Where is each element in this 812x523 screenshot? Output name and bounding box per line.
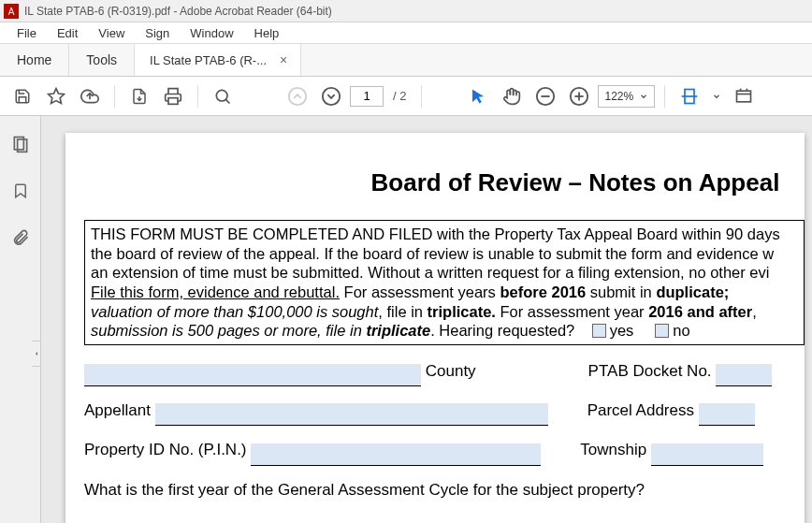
- collapse-rail-icon[interactable]: [32, 341, 41, 367]
- box-text: , file in: [378, 303, 427, 320]
- cloud-icon[interactable]: [75, 81, 105, 111]
- pdf-page: Board of Review – Notes on Appeal THIS F…: [65, 133, 805, 523]
- page-number-input[interactable]: [350, 86, 384, 107]
- checkbox-no[interactable]: [655, 324, 669, 338]
- page-down-icon[interactable]: [316, 81, 346, 111]
- document-tab[interactable]: IL State PTAB-6 (R-... ×: [135, 44, 301, 76]
- main-toolbar: / 2 122%: [0, 77, 812, 116]
- window-titlebar: A IL State PTAB-6 (R-0319).pdf - Adobe A…: [0, 0, 812, 22]
- page-total: / 2: [393, 89, 406, 103]
- box-text: 2016 and after: [648, 303, 752, 320]
- field-label: Property ID No. (P.I.N.): [84, 435, 247, 465]
- menu-help[interactable]: Help: [245, 24, 289, 42]
- selection-arrow-icon[interactable]: [463, 81, 493, 111]
- zoom-dropdown[interactable]: 122%: [598, 85, 655, 108]
- box-text: valuation of more than $100,000 is sough…: [91, 303, 378, 320]
- question-text: What is the first year of the General As…: [84, 475, 805, 505]
- field-label: County: [426, 356, 476, 386]
- svg-rect-4: [168, 97, 178, 104]
- attachment-icon[interactable]: [7, 225, 34, 251]
- document-heading: Board of Review – Notes on Appeal: [346, 168, 805, 197]
- field-label: Parcel Address: [587, 396, 694, 426]
- zoom-out-icon[interactable]: [530, 81, 560, 111]
- left-navigation-rail: [0, 116, 41, 523]
- secondary-bar: Home Tools IL State PTAB-6 (R-... ×: [0, 43, 812, 77]
- docket-field[interactable]: [716, 364, 772, 386]
- box-text: For assessment years: [340, 283, 500, 300]
- app-icon: A: [4, 4, 19, 19]
- fit-width-icon[interactable]: [674, 81, 704, 111]
- menu-sign[interactable]: Sign: [136, 24, 179, 42]
- svg-text:A: A: [8, 7, 15, 17]
- box-text: For assessment year: [496, 303, 648, 320]
- field-label: PTAB Docket No.: [588, 356, 712, 386]
- menu-window[interactable]: Window: [181, 24, 242, 42]
- box-text: . Hearing requested?: [430, 322, 574, 339]
- box-text: File this form, evidence and rebuttal.: [91, 283, 340, 300]
- checkbox-label: no: [673, 322, 689, 339]
- pin-field[interactable]: [251, 443, 541, 466]
- page-up-icon[interactable]: [283, 81, 312, 111]
- window-title: IL State PTAB-6 (R-0319).pdf - Adobe Acr…: [24, 5, 332, 18]
- box-text: the board of review of the appeal. If th…: [91, 245, 774, 262]
- separator: [197, 85, 198, 108]
- menu-view[interactable]: View: [89, 24, 134, 42]
- home-button[interactable]: Home: [0, 44, 69, 76]
- menu-file[interactable]: File: [7, 24, 46, 42]
- bookmark-icon[interactable]: [7, 178, 34, 204]
- instruction-box: THIS FORM MUST BE COMPLETED AND FILED wi…: [84, 220, 805, 345]
- share-icon[interactable]: [124, 81, 154, 111]
- box-text: submission is 500 pages or more, file in: [91, 322, 366, 339]
- separator: [114, 85, 115, 108]
- svg-point-8: [323, 87, 340, 104]
- content-area: Board of Review – Notes on Appeal THIS F…: [0, 116, 812, 523]
- county-field[interactable]: [84, 364, 421, 386]
- box-text: triplicate: [366, 322, 430, 339]
- thumbnails-icon[interactable]: [7, 131, 34, 157]
- box-text: submit in: [586, 283, 656, 300]
- svg-rect-16: [737, 91, 751, 102]
- box-text: before 2016: [500, 283, 586, 300]
- star-icon[interactable]: [41, 81, 71, 111]
- print-icon[interactable]: [158, 81, 188, 111]
- appellant-field[interactable]: [155, 403, 548, 426]
- parcel-field[interactable]: [699, 403, 755, 426]
- field-label: Appellant: [84, 396, 151, 426]
- chevron-down-icon: [639, 92, 648, 101]
- svg-point-7: [289, 87, 306, 104]
- read-mode-icon[interactable]: [729, 81, 759, 111]
- tools-button[interactable]: Tools: [69, 44, 135, 76]
- zoom-in-icon[interactable]: [564, 81, 594, 111]
- document-viewport[interactable]: Board of Review – Notes on Appeal THIS F…: [41, 116, 812, 523]
- box-text: an extension of time must be submitted. …: [91, 264, 769, 281]
- chevron-down-icon[interactable]: [708, 92, 725, 101]
- box-text: triplicate.: [428, 303, 496, 320]
- field-label: Township: [580, 435, 646, 465]
- svg-marker-2: [49, 88, 65, 103]
- hand-icon[interactable]: [497, 81, 527, 111]
- township-field[interactable]: [651, 443, 763, 466]
- box-text: duplicate;: [656, 283, 729, 300]
- find-icon[interactable]: [208, 81, 238, 111]
- tab-label: IL State PTAB-6 (R-...: [150, 53, 267, 67]
- checkbox-label: yes: [610, 322, 634, 339]
- separator: [664, 85, 665, 108]
- question-text: In Cook County – Property classification…: [84, 518, 805, 523]
- checkbox-yes[interactable]: [592, 324, 606, 338]
- box-text: THIS FORM MUST BE COMPLETED AND FILED wi…: [91, 225, 780, 242]
- svg-marker-22: [36, 352, 37, 356]
- close-icon[interactable]: ×: [276, 52, 291, 67]
- svg-point-5: [216, 90, 227, 101]
- box-text: ,: [752, 303, 757, 320]
- menu-edit[interactable]: Edit: [48, 24, 87, 42]
- svg-line-6: [225, 99, 229, 103]
- form-fields: County PTAB Docket No. Appellant Parcel …: [84, 356, 805, 523]
- zoom-value: 122%: [604, 90, 633, 103]
- save-icon[interactable]: [7, 81, 37, 111]
- menu-bar: File Edit View Sign Window Help: [0, 22, 812, 43]
- separator: [421, 85, 422, 108]
